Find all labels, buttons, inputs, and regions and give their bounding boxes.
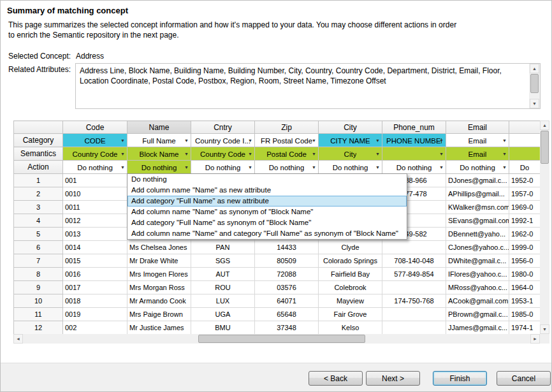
row-number: 12	[14, 321, 63, 335]
action-combo[interactable]: Do nothing▼	[319, 161, 382, 174]
table-vertical-scrollbar[interactable]: ▲ ▼	[540, 120, 549, 334]
row-number: 4	[14, 214, 63, 228]
semantics-combo[interactable]: Country Code▼	[63, 147, 127, 161]
category-combo[interactable]: Email▼	[446, 134, 509, 147]
back-button[interactable]: < Back	[309, 371, 363, 386]
chevron-down-icon: ▼	[120, 165, 125, 170]
semantics-combo[interactable]: Country Code▼	[191, 147, 255, 161]
scroll-up-icon[interactable]: ▲	[540, 120, 549, 130]
scroll-down-icon[interactable]: ▼	[530, 99, 539, 108]
table-row: 60014Ms Chelsea JonesPAN14433ClydeCJones…	[14, 241, 541, 254]
action-combo-value: Do nothing	[142, 164, 177, 171]
action-combo[interactable]: Do nothing▼	[63, 161, 127, 174]
action-combo-value: Do nothing	[77, 164, 113, 171]
data-cell: Kelso	[319, 321, 382, 335]
action-combo-value: Do nothing	[396, 164, 432, 171]
action-combo[interactable]: Do	[509, 161, 541, 174]
column-header: City	[319, 121, 382, 134]
semantics-row-label: Semantics	[14, 147, 63, 161]
category-combo-value: FR Postal Code	[261, 137, 312, 145]
data-cell: KWalker@msn.com	[446, 201, 509, 214]
action-combo[interactable]: Do nothing▼	[382, 161, 446, 174]
action-combo[interactable]: Do nothing▼	[446, 161, 509, 174]
category-combo-value: CITY NAME	[330, 137, 370, 145]
semantics-combo-value: Postal Code	[266, 150, 307, 158]
scrollbar-corner	[540, 334, 549, 344]
attr-scrollbar-thumb[interactable]	[530, 74, 539, 93]
row-number: 8	[14, 268, 63, 281]
semantics-combo[interactable]: Postal Code▼	[255, 147, 319, 161]
data-cell: 1953-1	[509, 294, 541, 308]
dropdown-item[interactable]: Add column name "Name" as synonym of "Bl…	[127, 207, 407, 217]
category-row-label: Category	[14, 134, 63, 147]
data-cell: 1962-0	[509, 228, 541, 241]
data-cell: IFlores@yahoo.c...	[446, 268, 509, 281]
cancel-button[interactable]: Cancel	[497, 371, 551, 386]
semantics-combo[interactable]: ▼	[382, 147, 446, 161]
category-combo[interactable]: CITY NAME▼	[319, 134, 382, 147]
data-cell: 001	[63, 174, 127, 187]
table-horizontal-scrollbar[interactable]: ◄ ►	[13, 334, 540, 344]
dropdown-item[interactable]: Do nothing	[127, 174, 407, 185]
chevron-down-icon: ▼	[375, 165, 380, 170]
category-combo[interactable]: Country Code I...▼	[191, 134, 255, 147]
next-button[interactable]: Next >	[366, 371, 420, 386]
column-header	[509, 121, 541, 134]
category-combo[interactable]: FR Postal Code▼	[255, 134, 319, 147]
semantics-combo-value: Block Name	[140, 150, 179, 158]
data-cell: 1974-1	[509, 321, 541, 335]
scroll-right-icon[interactable]: ►	[530, 334, 540, 344]
finish-button[interactable]: Finish	[433, 371, 487, 386]
data-cell: Mrs Morgan Ross	[127, 281, 191, 294]
data-cell: 0012	[63, 214, 127, 228]
category-combo[interactable]	[509, 134, 541, 147]
scroll-left-icon[interactable]: ◄	[13, 334, 23, 344]
data-cell: 1957-0	[509, 187, 541, 201]
attr-scrollbar[interactable]: ▲ ▼	[529, 64, 540, 108]
description-line-1: This page summarizes the selected concep…	[8, 20, 456, 29]
chevron-down-icon: ▼	[439, 152, 444, 156]
column-header: Zip	[255, 121, 319, 134]
data-cell: 0018	[63, 294, 127, 308]
semantics-combo[interactable]	[509, 147, 541, 161]
data-cell: DBennett@yaho...	[446, 228, 509, 241]
category-combo[interactable]: PHONE NUMBER▼	[382, 134, 446, 147]
chevron-down-icon: ▼	[502, 152, 507, 156]
data-cell: 72088	[255, 268, 319, 281]
chevron-down-icon: ▼	[312, 138, 316, 143]
data-cell: 002	[63, 321, 127, 335]
action-combo[interactable]: Do nothing▼	[127, 161, 191, 174]
row-number: 1	[14, 174, 63, 187]
data-cell: Ms Chelsea Jones	[127, 241, 191, 254]
action-combo-value: Do nothing	[333, 164, 368, 171]
action-combo[interactable]: Do nothing▼	[191, 161, 255, 174]
vertical-scrollbar-thumb[interactable]	[541, 131, 549, 164]
dropdown-item[interactable]: Add column name "Name" as new attribute	[127, 185, 407, 196]
data-cell: ROU	[191, 281, 255, 294]
horizontal-scrollbar-thumb[interactable]	[198, 335, 365, 343]
scroll-up-icon[interactable]: ▲	[530, 64, 539, 73]
data-cell: 0011	[63, 201, 127, 214]
row-number: 7	[14, 254, 63, 268]
data-cell: UGA	[191, 308, 255, 321]
data-cell: 1952-0	[509, 174, 541, 187]
data-cell: SEvans@gmail.com	[446, 214, 509, 228]
action-combo-value: Do nothing	[460, 164, 495, 171]
category-combo[interactable]: Full Name▼	[127, 134, 191, 147]
dropdown-item[interactable]: Add category "Full Name" as synonym of "…	[127, 217, 407, 228]
semantics-combo[interactable]: Block Name▼	[127, 147, 191, 161]
page-title: Summary of matching concept	[7, 6, 128, 15]
chevron-down-icon: ▼	[439, 165, 444, 170]
table-row: 12002Mr Justice JamesBMU37348KelsoJJames…	[14, 321, 541, 335]
semantics-combo[interactable]: City▼	[319, 147, 382, 161]
action-combo[interactable]: Do nothing▼	[255, 161, 319, 174]
column-header: Code	[63, 121, 127, 134]
category-combo[interactable]: CODE▼	[63, 134, 127, 147]
dropdown-item[interactable]: Add column name "Name" and category "Ful…	[127, 228, 407, 239]
data-cell: 0014	[63, 241, 127, 254]
data-cell: 1969-0	[509, 201, 541, 214]
semantics-combo[interactable]: Email▼	[446, 147, 509, 161]
dropdown-item[interactable]: Add category "Full Name" as new attribut…	[127, 196, 407, 207]
chevron-down-icon: ▼	[502, 138, 507, 143]
scroll-down-icon[interactable]: ▼	[540, 324, 549, 334]
